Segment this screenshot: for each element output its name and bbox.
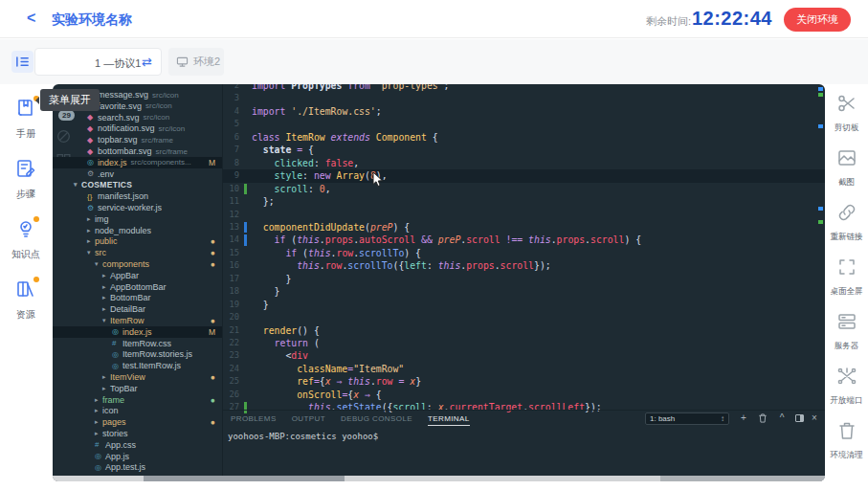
file-name: ItemRow.css [122, 339, 171, 348]
explorer-file-row[interactable]: ▸public● [53, 235, 222, 247]
code-line: 9 style: new Array(8), [223, 169, 825, 182]
explorer-file-row[interactable]: ▾ItemRow● [53, 315, 222, 326]
code-line: 4import './ItemRow.css'; [223, 105, 825, 118]
code-line: 12 [223, 209, 825, 221]
terminal-tab-debug-console[interactable]: DEBUG CONSOLE [341, 414, 412, 426]
git-dot-badge: ● [211, 372, 215, 382]
file-path-hint: src/icon [152, 91, 179, 100]
file-type-icon: ⚙ [87, 169, 98, 178]
explorer-file-row[interactable]: ◎ItemRow.stories.js [53, 348, 222, 360]
shell-select[interactable]: 1: bash↕ [645, 412, 729, 425]
explorer-file-row[interactable]: {}manifest.json [53, 190, 222, 202]
code-line: 24 className="ItemRow" [223, 363, 825, 375]
explorer-file-row[interactable]: #ItemRow.css [53, 338, 222, 349]
explorer-file-row[interactable]: ▸TopBar [53, 383, 222, 394]
tab-environment-2[interactable]: 环境2 [168, 48, 224, 76]
explorer-file-row[interactable]: ◎App.test.js [53, 461, 222, 473]
explorer-file-row[interactable]: ▸frame● [53, 394, 222, 406]
sidebar-item-resources[interactable]: 资源 [0, 278, 52, 322]
explorer-file-row[interactable]: ◎test.ItemRow.js [53, 360, 222, 371]
file-path-hint: src/icon [145, 101, 172, 110]
split-terminal-icon[interactable] [795, 414, 804, 422]
explorer-file-row[interactable]: ◎index.jssrc/components...M [53, 157, 222, 168]
sidebar-item-clipboard[interactable]: 剪切板 [825, 92, 868, 134]
explorer-file-row[interactable]: ▸ItemView● [53, 371, 222, 383]
maximize-panel-icon[interactable]: ^ [775, 412, 789, 425]
sidebar-item-label: 剪切板 [826, 122, 867, 133]
terminal-tab-terminal[interactable]: TERMINAL [428, 414, 470, 426]
file-name: favorite.svg [98, 101, 142, 111]
terminal-tab-output[interactable]: OUTPUT [292, 414, 325, 426]
file-name: AppBar [110, 271, 139, 280]
explorer-file-row[interactable]: ◆bottombar.svgsrc/frame [53, 145, 222, 157]
explorer-file-row[interactable]: ▾src● [53, 247, 222, 258]
file-name: stories [102, 429, 128, 438]
sidebar-item-server[interactable]: 服务器 [825, 310, 868, 352]
horizontal-scrollbar[interactable] [53, 476, 825, 481]
close-panel-icon[interactable]: × [808, 412, 821, 425]
explorer-file-row[interactable]: ▾components● [53, 258, 222, 270]
line-number: 16 [223, 259, 239, 272]
sidebar-item-open-ports[interactable]: 开放端口 [825, 365, 868, 407]
explorer-file-row[interactable]: ◆topbar.svgsrc/frame [53, 134, 222, 145]
file-name: src [95, 248, 106, 257]
explorer-file-row[interactable]: ▸AppBar [53, 270, 222, 281]
kill-terminal-icon[interactable] [756, 413, 769, 423]
explorer-file-row[interactable]: ▸pages● [53, 416, 222, 428]
line-number: 20 [223, 311, 239, 323]
sidebar-item-desktop-fullscreen[interactable]: 桌面全屏 [825, 256, 868, 298]
tree-arrow-icon: ▸ [87, 237, 95, 245]
sidebar-item-label: 资源 [0, 308, 52, 322]
explorer-file-row[interactable]: ⚙.env [53, 168, 222, 180]
sidebar-item-relink[interactable]: 重新链接 [825, 201, 868, 243]
line-number: 15 [223, 247, 239, 259]
terminal-tab-problems[interactable]: PROBLEMS [231, 414, 277, 426]
explorer-file-row[interactable]: ▸stories [53, 428, 222, 439]
code-line: 23 <div [223, 349, 825, 362]
close-environment-button[interactable]: 关闭环境 [784, 8, 851, 32]
sidebar-item-knowledge[interactable]: 知识点 [0, 217, 52, 261]
file-type-icon: # [112, 339, 122, 347]
sidebar-item-screenshot[interactable]: 截图 [825, 146, 868, 189]
swap-icon[interactable]: ⇄ [142, 55, 152, 69]
file-type-icon: ◆ [87, 136, 98, 145]
tree-arrow-icon: ▸ [102, 373, 110, 381]
explorer-file-row[interactable]: ▸icon [53, 405, 222, 416]
tree-arrow-icon: ▸ [102, 294, 110, 301]
explorer-file-row[interactable]: ▸node_modules [53, 225, 222, 236]
fullscreen-icon [835, 256, 859, 280]
code-line: 14 if (this.props.autoScroll && preP.scr… [223, 234, 825, 246]
embedded-code-editor: 29 ◆message.svgsrc/icon◆favorite.svgsrc/… [53, 84, 825, 481]
new-terminal-icon[interactable]: + [737, 412, 750, 425]
explorer-file-row[interactable]: ▸BottomBar [53, 292, 222, 303]
sidebar-item-env-cleanup[interactable]: 环境清理 [825, 419, 868, 461]
menu-expand-button[interactable] [11, 51, 33, 73]
explorer-file-row[interactable]: ▸AppBottomBar [53, 281, 222, 293]
line-number: 24 [223, 363, 239, 375]
line-number: 3 [223, 92, 239, 104]
ports-icon [835, 365, 859, 390]
tree-arrow-icon: ▾ [74, 181, 81, 189]
sidebar-item-label: 截图 [826, 176, 867, 188]
sidebar-item-steps[interactable]: 步骤 [0, 157, 52, 201]
explorer-file-row[interactable]: ◎index.jsM [53, 326, 222, 338]
tab-environment-1[interactable]: 1 —协议1 ⇄ [34, 48, 162, 76]
explorer-file-row[interactable]: ◆search.svgsrc/icon [53, 112, 222, 123]
explorer-file-row[interactable]: ▸img [53, 213, 222, 225]
code-area[interactable]: 2import PropTypes from 'prop-types';34im… [222, 84, 825, 410]
explorer-file-row[interactable]: ⚙service-worker.js [53, 202, 222, 213]
explorer-file-row[interactable]: ▸DetailBar [53, 303, 222, 315]
file-name: components [102, 259, 149, 269]
line-number: 13 [223, 221, 239, 234]
line-number: 17 [223, 273, 239, 285]
explorer-file-row[interactable]: ◆notification.svgsrc/icon [53, 122, 222, 134]
explorer-file-row[interactable]: #App.css [53, 439, 222, 451]
code-line: 3 [223, 92, 825, 104]
back-chevron-icon[interactable]: < [27, 10, 35, 27]
explorer-section[interactable]: ▾COSMETICS [53, 179, 222, 190]
git-status-badge: M [209, 158, 215, 167]
code-line: 8 clicked: false, [223, 157, 825, 169]
explorer-file-row[interactable]: ◎App.js [53, 451, 222, 462]
sidebar-item-label: 手册 [0, 127, 52, 141]
git-dot-badge: ● [211, 417, 215, 427]
